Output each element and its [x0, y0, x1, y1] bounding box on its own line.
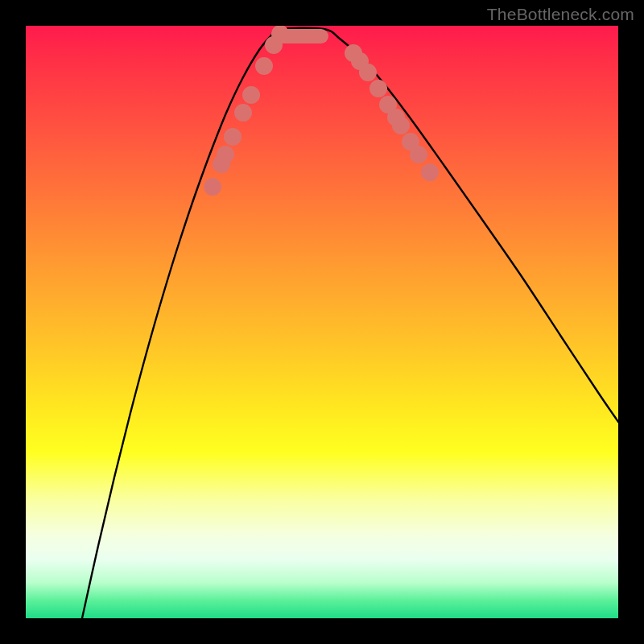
highlight-dot	[242, 86, 260, 104]
highlight-dot	[410, 146, 427, 163]
bottleneck-curve	[82, 28, 618, 618]
attribution-text: TheBottleneck.com	[487, 5, 634, 24]
chart-svg	[26, 26, 618, 618]
highlight-dot	[421, 163, 439, 181]
highlight-dot	[392, 117, 410, 134]
highlight-dot	[224, 128, 242, 146]
highlight-dot	[204, 178, 221, 196]
highlight-dot	[255, 57, 273, 75]
highlight-dot	[217, 146, 234, 163]
highlight-dot	[234, 104, 252, 122]
highlight-dot	[271, 26, 289, 43]
plot-area	[26, 26, 618, 618]
highlight-dot	[369, 80, 387, 97]
highlight-dot	[359, 64, 377, 81]
chart-frame: TheBottleneck.com	[0, 0, 644, 644]
